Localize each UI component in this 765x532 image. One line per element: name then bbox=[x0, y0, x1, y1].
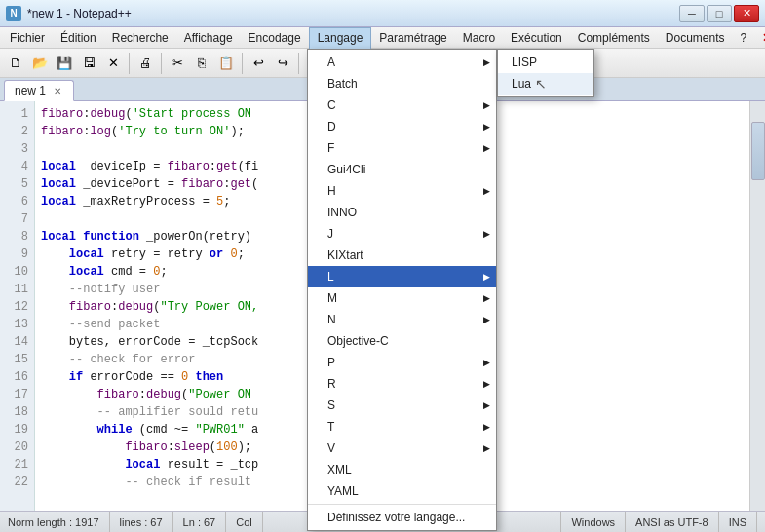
lang-item-h[interactable]: H bbox=[308, 180, 496, 202]
status-encoding: ANSI as UTF-8 bbox=[626, 512, 719, 532]
line-num-16: 16 bbox=[0, 368, 34, 386]
close-button-tb[interactable]: ✕ bbox=[101, 52, 125, 75]
toolbar-separator-3 bbox=[242, 53, 243, 74]
status-windows: Windows bbox=[561, 512, 626, 532]
lang-item-batch[interactable]: Batch bbox=[308, 73, 496, 95]
paste-button[interactable]: 📋 bbox=[214, 52, 238, 75]
lang-menu-separator bbox=[308, 504, 496, 505]
lang-item-d[interactable]: D bbox=[308, 116, 496, 137]
toolbar-separator-1 bbox=[129, 53, 130, 74]
menu-macro[interactable]: Macro bbox=[455, 27, 503, 49]
menu-parametrage[interactable]: Paramétrage bbox=[371, 27, 454, 49]
save-button[interactable]: 💾 bbox=[53, 52, 76, 75]
l-submenu: LISP Lua ↖ bbox=[497, 49, 594, 97]
line-num-21: 21 bbox=[0, 456, 34, 474]
line-num-2: 2 bbox=[0, 123, 34, 140]
line-num-9: 9 bbox=[0, 246, 34, 263]
lang-item-l[interactable]: L bbox=[308, 266, 496, 287]
line-num-3: 3 bbox=[0, 140, 34, 158]
menu-close-x[interactable]: ✕ bbox=[754, 27, 765, 49]
line-num-15: 15 bbox=[0, 351, 34, 368]
line-num-10: 10 bbox=[0, 263, 34, 281]
menu-execution[interactable]: Exécution bbox=[503, 27, 570, 49]
menu-bar: Fichier Édition Recherche Affichage Enco… bbox=[0, 27, 765, 49]
lang-item-yaml[interactable]: YAML bbox=[308, 480, 496, 502]
vertical-scrollbar[interactable] bbox=[749, 101, 765, 511]
undo-button[interactable]: ↩ bbox=[247, 52, 270, 75]
line-num-8: 8 bbox=[0, 228, 34, 246]
lang-item-m[interactable]: M bbox=[308, 287, 496, 309]
lang-item-n[interactable]: N bbox=[308, 309, 496, 330]
lang-item-objective-c[interactable]: Objective-C bbox=[308, 330, 496, 352]
lang-item-r[interactable]: R bbox=[308, 373, 496, 395]
line-num-5: 5 bbox=[0, 175, 34, 193]
menu-affichage[interactable]: Affichage bbox=[176, 27, 241, 49]
language-menu: A Batch C D F Gui4Cli H INNO J KIXtart L… bbox=[307, 49, 497, 531]
lang-item-inno[interactable]: INNO bbox=[308, 202, 496, 223]
menu-recherche[interactable]: Recherche bbox=[104, 27, 176, 49]
status-col: Col bbox=[226, 512, 263, 532]
title-bar-left: N *new 1 - Notepad++ bbox=[6, 6, 132, 21]
tab-label: new 1 bbox=[15, 84, 46, 97]
redo-button[interactable]: ↪ bbox=[271, 52, 294, 75]
lang-item-gui4cli[interactable]: Gui4Cli bbox=[308, 159, 496, 180]
lang-item-c[interactable]: C bbox=[308, 95, 496, 116]
status-ins: INS bbox=[719, 512, 757, 532]
menu-langage[interactable]: Langage bbox=[309, 27, 372, 49]
line-num-18: 18 bbox=[0, 403, 34, 421]
line-num-19: 19 bbox=[0, 421, 34, 438]
line-num-11: 11 bbox=[0, 281, 34, 298]
lang-item-a[interactable]: A bbox=[308, 52, 496, 73]
line-num-6: 6 bbox=[0, 193, 34, 210]
lang-item-v[interactable]: V bbox=[308, 437, 496, 459]
status-norm-length: Norm length : 1917 bbox=[8, 512, 110, 532]
menu-edition[interactable]: Édition bbox=[53, 27, 104, 49]
lang-lisp[interactable]: LISP bbox=[498, 52, 593, 73]
app-icon: N bbox=[6, 6, 21, 21]
cursor-arrow-icon: ↖ bbox=[535, 73, 547, 95]
window-controls: ─ □ ✕ bbox=[679, 5, 759, 22]
scrollbar-thumb[interactable] bbox=[751, 122, 765, 180]
lang-item-kixtart[interactable]: KIXtart bbox=[308, 245, 496, 266]
lang-item-xml[interactable]: XML bbox=[308, 459, 496, 480]
lang-item-f[interactable]: F bbox=[308, 137, 496, 159]
toolbar-separator-2 bbox=[161, 53, 162, 74]
status-ln: Ln : 67 bbox=[173, 512, 227, 532]
lang-item-custom[interactable]: Définissez votre langage... bbox=[308, 507, 496, 528]
menu-encodage[interactable]: Encodage bbox=[241, 27, 309, 49]
line-num-20: 20 bbox=[0, 438, 34, 456]
toolbar-separator-4 bbox=[298, 53, 299, 74]
maximize-button[interactable]: □ bbox=[707, 5, 732, 22]
status-lines: lines : 67 bbox=[110, 512, 173, 532]
new-button[interactable]: 🗋 bbox=[4, 52, 27, 75]
close-button[interactable]: ✕ bbox=[734, 5, 759, 22]
line-num-14: 14 bbox=[0, 333, 34, 351]
line-numbers: 1 2 3 4 5 6 7 8 9 10 11 12 13 14 15 16 1… bbox=[0, 101, 35, 511]
line-num-4: 4 bbox=[0, 158, 34, 175]
menu-help[interactable]: ? bbox=[733, 27, 755, 49]
open-button[interactable]: 📂 bbox=[28, 52, 52, 75]
lang-item-s[interactable]: S bbox=[308, 395, 496, 416]
line-num-12: 12 bbox=[0, 298, 34, 316]
lang-item-p[interactable]: P bbox=[308, 352, 496, 373]
copy-button[interactable]: ⎘ bbox=[190, 52, 213, 75]
lang-item-t[interactable]: T bbox=[308, 416, 496, 437]
line-num-22: 22 bbox=[0, 474, 34, 491]
window-title: *new 1 - Notepad++ bbox=[27, 7, 132, 20]
menu-fichier[interactable]: Fichier bbox=[2, 27, 53, 49]
tab-close-button[interactable]: ✕ bbox=[52, 85, 63, 96]
line-num-1: 1 bbox=[0, 105, 34, 123]
menu-complements[interactable]: Compléments bbox=[570, 27, 658, 49]
menu-documents[interactable]: Documents bbox=[658, 27, 733, 49]
print-button[interactable]: 🖨 bbox=[134, 52, 157, 75]
line-num-13: 13 bbox=[0, 316, 34, 333]
cut-button[interactable]: ✂ bbox=[166, 52, 189, 75]
lang-item-j[interactable]: J bbox=[308, 223, 496, 245]
save-all-button[interactable]: 🖫 bbox=[77, 52, 100, 75]
title-bar: N *new 1 - Notepad++ ─ □ ✕ bbox=[0, 0, 765, 27]
lang-lua[interactable]: Lua ↖ bbox=[498, 73, 593, 95]
line-num-7: 7 bbox=[0, 210, 34, 228]
line-num-17: 17 bbox=[0, 386, 34, 403]
minimize-button[interactable]: ─ bbox=[679, 5, 705, 22]
tab-new1[interactable]: new 1 ✕ bbox=[4, 80, 74, 101]
